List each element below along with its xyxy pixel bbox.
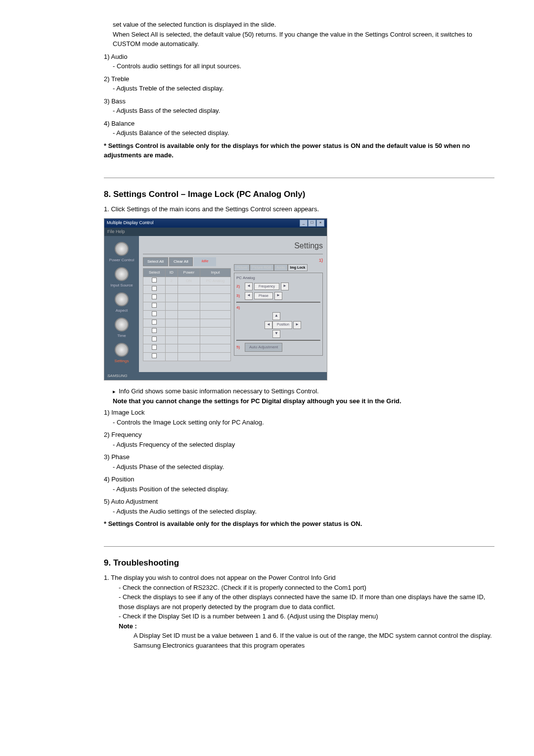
phase-right-icon[interactable]: ► xyxy=(274,292,282,300)
note-text: A Display Set ID must be a value between… xyxy=(134,631,494,650)
close-icon[interactable]: × xyxy=(316,220,324,227)
table-row xyxy=(143,302,231,311)
tabs: Picture Picture RGB Audio Img Lock xyxy=(234,264,323,272)
section9-intro: 1. The display you wish to control does … xyxy=(104,573,494,583)
intro-line2: When Select All is selected, the default… xyxy=(113,30,494,49)
freq-left-icon[interactable]: ◄ xyxy=(245,283,253,290)
titlebar: Multiple Display Control _ □ × xyxy=(104,219,327,228)
nav-aspect: Aspect xyxy=(104,292,139,314)
table-row: 2 ON PC Analog xyxy=(143,277,231,285)
window-buttons: _ □ × xyxy=(300,220,324,227)
nav-time: Time xyxy=(104,318,139,339)
phase-label: Phase xyxy=(254,292,273,300)
screenshot-mock: Multiple Display Control _ □ × File Help… xyxy=(104,218,327,381)
check-2: - Check the displays to see if any of th… xyxy=(119,592,494,612)
settings-header: Settings xyxy=(143,240,323,254)
divider xyxy=(104,546,494,547)
idle-label: Idle xyxy=(194,257,217,266)
pos-up-icon[interactable]: ▲ xyxy=(272,312,280,320)
aspect-icon[interactable] xyxy=(115,292,129,306)
freq-label: Frequency xyxy=(254,283,279,290)
info-grid: Select ID Power Input 2 ON PC Analog xyxy=(143,268,231,361)
power-icon[interactable] xyxy=(115,242,129,256)
time-icon[interactable] xyxy=(115,318,129,331)
lock-note: * Settings Control is available only for… xyxy=(104,519,494,529)
section9-title: 9. Troubleshooting xyxy=(104,557,494,569)
nav-input: Input Source xyxy=(104,267,139,288)
sidebar: Power Control Input Source Aspect Time S… xyxy=(104,236,139,372)
pos-label: Position xyxy=(272,321,292,329)
check-3: - Check if the Display Set ID is a numbe… xyxy=(119,612,494,621)
menubar[interactable]: File Help xyxy=(104,228,327,236)
section8-intro: 1. Click Settings of the main icons and … xyxy=(104,204,494,214)
settings-icon[interactable] xyxy=(115,343,129,357)
clear-all-button[interactable]: Clear All xyxy=(169,257,193,266)
check-1: - Check the connection of RS232C. (Check… xyxy=(119,583,494,593)
maximize-icon[interactable]: □ xyxy=(308,220,316,227)
table-row xyxy=(143,328,231,336)
table-row xyxy=(143,294,231,302)
pos-down-icon[interactable]: ▼ xyxy=(272,330,280,338)
info-bullet: Info Grid shows some basic information n… xyxy=(113,386,494,396)
freq-right-icon[interactable]: ► xyxy=(281,283,289,290)
tab-audio[interactable]: Audio xyxy=(274,264,288,272)
document-content: set value of the selected function is di… xyxy=(104,20,494,650)
settings-panel: PC Analog 2) ◄ Frequency ► 3) ◄ Phase xyxy=(234,273,323,356)
marker-1: 1) xyxy=(234,257,323,264)
table-row xyxy=(143,353,231,361)
panel-label: PC Analog xyxy=(236,275,320,281)
lock-list: 1) Image Lock - Controls the Image Lock … xyxy=(104,408,494,529)
checkbox[interactable] xyxy=(152,278,157,283)
info-bullet-bold: Note that you cannot change the settings… xyxy=(113,396,494,406)
auto-adjust-button[interactable]: Auto Adjustment xyxy=(245,343,282,352)
table-row xyxy=(143,344,231,353)
select-all-button[interactable]: Select All xyxy=(143,257,168,266)
table-row xyxy=(143,311,231,319)
tab-picture-rgb[interactable]: Picture RGB xyxy=(250,264,274,272)
nav-settings: Settings xyxy=(104,343,139,364)
tab-img-lock[interactable]: Img Lock xyxy=(288,264,308,272)
main-area: Settings Select All Clear All Idle Selec… xyxy=(139,236,327,372)
note-label: Note : xyxy=(119,621,494,631)
nav-power: Power Control xyxy=(104,242,139,263)
intro-text: set value of the selected function is di… xyxy=(113,20,494,49)
window-title: Multiple Display Control xyxy=(107,220,154,227)
audio-note: * Settings Control is available only for… xyxy=(104,141,494,160)
position-pad: ▲ ◄ Position ► ▼ xyxy=(244,312,320,338)
divider xyxy=(104,178,494,178)
intro-line1: set value of the selected function is di… xyxy=(113,20,494,30)
tab-picture[interactable]: Picture xyxy=(234,264,250,272)
pos-right-icon[interactable]: ► xyxy=(293,321,301,329)
audio-list: 1) Audio - Controls audio settings for a… xyxy=(104,52,494,160)
table-row xyxy=(143,319,231,328)
pos-left-icon[interactable]: ◄ xyxy=(265,321,272,329)
minimize-icon[interactable]: _ xyxy=(300,220,308,227)
table-row xyxy=(143,285,231,294)
section8-title: 8. Settings Control – Image Lock (PC Ana… xyxy=(104,188,494,201)
table-row xyxy=(143,336,231,344)
phase-left-icon[interactable]: ◄ xyxy=(245,292,253,300)
input-icon[interactable] xyxy=(115,267,129,281)
brand-footer: SAMSUNG xyxy=(104,372,327,380)
